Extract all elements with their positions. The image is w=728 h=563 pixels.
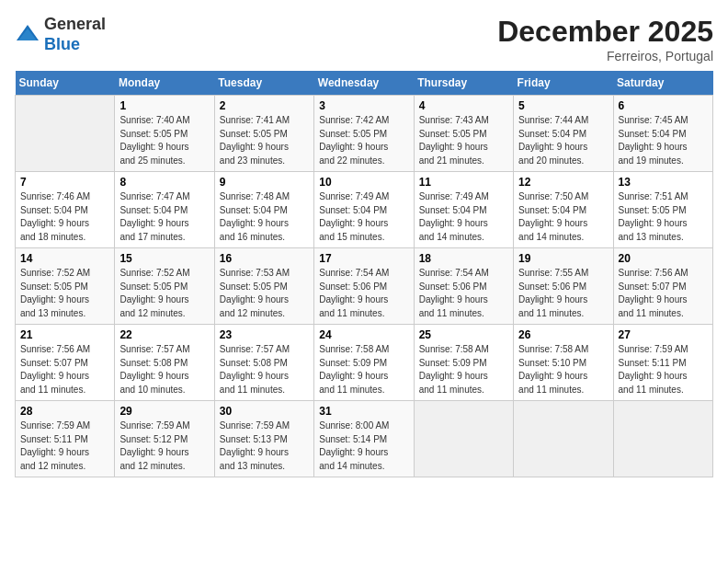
day-number: 1 xyxy=(119,99,209,112)
day-cell: 26Sunrise: 7:58 AM Sunset: 5:10 PM Dayli… xyxy=(514,325,613,401)
logo: General Blue xyxy=(15,15,106,54)
day-cell: 12Sunrise: 7:50 AM Sunset: 5:04 PM Dayli… xyxy=(514,172,613,248)
day-number: 13 xyxy=(619,176,708,189)
day-cell: 9Sunrise: 7:48 AM Sunset: 5:04 PM Daylig… xyxy=(214,172,313,248)
day-cell: 29Sunrise: 7:59 AM Sunset: 5:12 PM Dayli… xyxy=(115,401,214,477)
day-info: Sunrise: 7:56 AM Sunset: 5:07 PM Dayligh… xyxy=(619,267,708,320)
day-cell: 2Sunrise: 7:41 AM Sunset: 5:05 PM Daylig… xyxy=(214,96,313,172)
day-cell: 23Sunrise: 7:57 AM Sunset: 5:08 PM Dayli… xyxy=(214,325,313,401)
day-info: Sunrise: 7:52 AM Sunset: 5:05 PM Dayligh… xyxy=(119,267,209,320)
day-info: Sunrise: 7:42 AM Sunset: 5:05 PM Dayligh… xyxy=(319,114,408,167)
day-info: Sunrise: 7:40 AM Sunset: 5:05 PM Dayligh… xyxy=(119,114,209,167)
day-info: Sunrise: 7:57 AM Sunset: 5:08 PM Dayligh… xyxy=(220,343,309,396)
week-row-3: 14Sunrise: 7:52 AM Sunset: 5:05 PM Dayli… xyxy=(16,248,713,325)
day-number: 4 xyxy=(419,99,508,112)
week-row-5: 28Sunrise: 7:59 AM Sunset: 5:11 PM Dayli… xyxy=(16,401,713,477)
day-cell: 18Sunrise: 7:54 AM Sunset: 5:06 PM Dayli… xyxy=(414,248,513,325)
day-cell: 13Sunrise: 7:51 AM Sunset: 5:05 PM Dayli… xyxy=(613,172,712,248)
week-row-4: 21Sunrise: 7:56 AM Sunset: 5:07 PM Dayli… xyxy=(16,325,713,401)
day-number: 17 xyxy=(319,252,408,265)
day-number: 30 xyxy=(220,405,309,418)
weekday-header-wednesday: Wednesday xyxy=(314,71,414,96)
day-info: Sunrise: 7:51 AM Sunset: 5:05 PM Dayligh… xyxy=(619,190,708,244)
day-info: Sunrise: 7:45 AM Sunset: 5:04 PM Dayligh… xyxy=(619,114,708,167)
logo-blue-text: Blue xyxy=(44,35,80,53)
weekday-header-sunday: Sunday xyxy=(16,71,115,96)
day-info: Sunrise: 7:58 AM Sunset: 5:09 PM Dayligh… xyxy=(419,343,508,396)
day-info: Sunrise: 7:49 AM Sunset: 5:04 PM Dayligh… xyxy=(419,190,508,244)
day-cell: 31Sunrise: 8:00 AM Sunset: 5:14 PM Dayli… xyxy=(314,401,414,477)
day-number: 20 xyxy=(619,252,708,265)
day-number: 18 xyxy=(419,252,508,265)
day-cell: 27Sunrise: 7:59 AM Sunset: 5:11 PM Dayli… xyxy=(613,325,712,401)
day-info: Sunrise: 7:59 AM Sunset: 5:13 PM Dayligh… xyxy=(220,419,309,473)
day-number: 7 xyxy=(20,176,109,189)
day-info: Sunrise: 7:49 AM Sunset: 5:04 PM Dayligh… xyxy=(319,190,408,244)
day-cell xyxy=(16,96,115,172)
day-info: Sunrise: 7:48 AM Sunset: 5:04 PM Dayligh… xyxy=(220,190,309,244)
day-number: 16 xyxy=(220,252,309,265)
title-block: December 2025 Ferreiros, Portugal xyxy=(497,15,713,63)
day-info: Sunrise: 7:41 AM Sunset: 5:05 PM Dayligh… xyxy=(220,114,309,167)
logo-icon xyxy=(15,22,40,48)
day-info: Sunrise: 7:54 AM Sunset: 5:06 PM Dayligh… xyxy=(419,267,508,320)
day-cell: 1Sunrise: 7:40 AM Sunset: 5:05 PM Daylig… xyxy=(115,96,214,172)
logo-general-text: General xyxy=(44,15,106,33)
day-number: 5 xyxy=(518,99,608,112)
day-info: Sunrise: 7:58 AM Sunset: 5:10 PM Dayligh… xyxy=(518,343,608,396)
day-number: 24 xyxy=(319,328,408,341)
day-number: 19 xyxy=(518,252,608,265)
calendar-table: SundayMondayTuesdayWednesdayThursdayFrid… xyxy=(15,71,713,477)
day-cell: 24Sunrise: 7:58 AM Sunset: 5:09 PM Dayli… xyxy=(314,325,414,401)
day-number: 25 xyxy=(419,328,508,341)
day-cell: 30Sunrise: 7:59 AM Sunset: 5:13 PM Dayli… xyxy=(214,401,313,477)
day-number: 6 xyxy=(619,99,708,112)
day-info: Sunrise: 7:44 AM Sunset: 5:04 PM Dayligh… xyxy=(518,114,608,167)
day-cell: 19Sunrise: 7:55 AM Sunset: 5:06 PM Dayli… xyxy=(514,248,613,325)
day-cell: 16Sunrise: 7:53 AM Sunset: 5:05 PM Dayli… xyxy=(214,248,313,325)
day-info: Sunrise: 8:00 AM Sunset: 5:14 PM Dayligh… xyxy=(319,419,408,473)
weekday-header-friday: Friday xyxy=(514,71,613,96)
day-number: 22 xyxy=(119,328,209,341)
day-cell: 11Sunrise: 7:49 AM Sunset: 5:04 PM Dayli… xyxy=(414,172,513,248)
day-number: 12 xyxy=(518,176,608,189)
day-number: 27 xyxy=(619,328,708,341)
day-number: 9 xyxy=(220,176,309,189)
day-number: 26 xyxy=(518,328,608,341)
weekday-header-tuesday: Tuesday xyxy=(214,71,313,96)
day-cell xyxy=(514,401,613,477)
day-cell xyxy=(613,401,712,477)
page-header: General Blue December 2025 Ferreiros, Po… xyxy=(15,15,713,63)
day-info: Sunrise: 7:54 AM Sunset: 5:06 PM Dayligh… xyxy=(319,267,408,320)
day-cell: 15Sunrise: 7:52 AM Sunset: 5:05 PM Dayli… xyxy=(115,248,214,325)
day-info: Sunrise: 7:47 AM Sunset: 5:04 PM Dayligh… xyxy=(119,190,209,244)
day-cell: 3Sunrise: 7:42 AM Sunset: 5:05 PM Daylig… xyxy=(314,96,414,172)
week-row-1: 1Sunrise: 7:40 AM Sunset: 5:05 PM Daylig… xyxy=(16,96,713,172)
day-number: 21 xyxy=(20,328,109,341)
day-number: 28 xyxy=(20,405,109,418)
weekday-header-saturday: Saturday xyxy=(613,71,712,96)
day-cell: 5Sunrise: 7:44 AM Sunset: 5:04 PM Daylig… xyxy=(514,96,613,172)
day-info: Sunrise: 7:59 AM Sunset: 5:11 PM Dayligh… xyxy=(20,419,109,473)
day-info: Sunrise: 7:59 AM Sunset: 5:11 PM Dayligh… xyxy=(619,343,708,396)
day-number: 29 xyxy=(119,405,209,418)
day-cell: 7Sunrise: 7:46 AM Sunset: 5:04 PM Daylig… xyxy=(16,172,115,248)
day-cell: 6Sunrise: 7:45 AM Sunset: 5:04 PM Daylig… xyxy=(613,96,712,172)
day-number: 2 xyxy=(220,99,309,112)
day-info: Sunrise: 7:56 AM Sunset: 5:07 PM Dayligh… xyxy=(20,343,109,396)
week-row-2: 7Sunrise: 7:46 AM Sunset: 5:04 PM Daylig… xyxy=(16,172,713,248)
day-number: 3 xyxy=(319,99,408,112)
day-info: Sunrise: 7:58 AM Sunset: 5:09 PM Dayligh… xyxy=(319,343,408,396)
day-number: 23 xyxy=(220,328,309,341)
day-cell: 4Sunrise: 7:43 AM Sunset: 5:05 PM Daylig… xyxy=(414,96,513,172)
day-cell: 25Sunrise: 7:58 AM Sunset: 5:09 PM Dayli… xyxy=(414,325,513,401)
day-cell: 17Sunrise: 7:54 AM Sunset: 5:06 PM Dayli… xyxy=(314,248,414,325)
day-number: 31 xyxy=(319,405,408,418)
day-number: 11 xyxy=(419,176,508,189)
calendar-body: 1Sunrise: 7:40 AM Sunset: 5:05 PM Daylig… xyxy=(16,96,713,477)
day-number: 15 xyxy=(119,252,209,265)
day-info: Sunrise: 7:46 AM Sunset: 5:04 PM Dayligh… xyxy=(20,190,109,244)
day-cell: 14Sunrise: 7:52 AM Sunset: 5:05 PM Dayli… xyxy=(16,248,115,325)
weekday-header-thursday: Thursday xyxy=(414,71,513,96)
day-cell: 21Sunrise: 7:56 AM Sunset: 5:07 PM Dayli… xyxy=(16,325,115,401)
